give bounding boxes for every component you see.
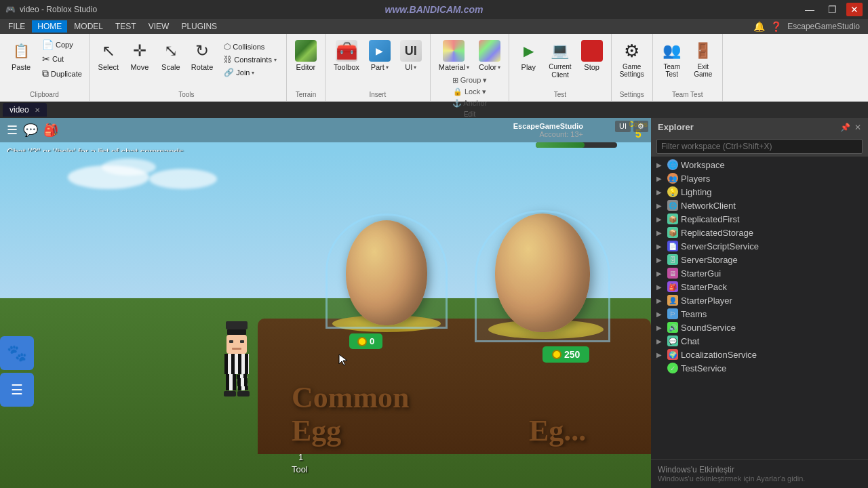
select-button[interactable]: ↖ Select: [94, 38, 123, 73]
minimize-button[interactable]: —: [801, 3, 818, 16]
explorer-title: Explorer: [658, 122, 694, 132]
insert-label: Insert: [369, 89, 386, 98]
tree-item-replicated-first[interactable]: ▶ 📦 ReplicatedFirst: [651, 212, 868, 226]
common-egg-text: CommonEgg: [292, 382, 410, 447]
maximize-button[interactable]: ❐: [824, 3, 841, 16]
tree-item-chat[interactable]: ▶ 💬 Chat: [651, 334, 868, 348]
join-button[interactable]: 🔗 Join ▾: [221, 66, 279, 79]
tool-label: Tool: [292, 464, 308, 474]
toolbox-button[interactable]: 🧰 Toolbox: [330, 38, 363, 73]
tree-item-teams[interactable]: ▶ 🏳 Teams: [651, 307, 868, 321]
menu-test[interactable]: TEST: [110, 20, 142, 33]
hud-account-info: EscapeGameStudio Account: 13+: [513, 122, 583, 138]
egg-2-label[interactable]: 250: [542, 346, 589, 363]
hud-top-bar: ☰ 💬 🎒 EscapeGameStudio Account: 13+ Coin…: [0, 118, 651, 142]
collisions-button[interactable]: ⬡ Collisions: [221, 41, 279, 53]
search-icon[interactable]: ❓: [770, 21, 782, 32]
ui-button[interactable]: UI UI ▾: [396, 38, 426, 73]
ribbon-tools-group: ↖ Select ✛ Move ⤡ Scale ↻ Rotate ⬡: [90, 34, 287, 101]
ribbon-insert-group: 🧰 Toolbox ▶ Part ▾ UI UI ▾ Insert: [326, 34, 431, 101]
current-client-button[interactable]: 💻 CurrentClient: [545, 38, 575, 81]
left-action-buttons: 🐾 ☰: [0, 336, 34, 407]
windows-activation: Windows'u Etkinleştir Windows'u etkinleş…: [651, 459, 868, 488]
tree-item-server-script-service[interactable]: ▶ 📄 ServerScriptService: [651, 239, 868, 253]
tree-item-sound-service[interactable]: ▶ 🔊 SoundService: [651, 321, 868, 334]
explorer-panel: Explorer 📌 ✕ ▶ 🌐 Workspace ▶ 👥 Players ▶: [651, 118, 868, 488]
tree-item-lighting[interactable]: ▶ 💡 Lighting: [651, 185, 868, 199]
bandicam-watermark: www.BANDICAM.com: [385, 4, 484, 15]
menu-bar: FILE HOME MODEL TEST VIEW PLUGINS 🔔 ❓ Es…: [0, 19, 868, 34]
move-button[interactable]: ✛ Move: [125, 38, 155, 73]
video-tab[interactable]: video ✕: [3, 103, 47, 117]
tools-label: Tools: [178, 89, 194, 98]
settings-label: Settings: [620, 89, 644, 98]
inventory-button[interactable]: ☰: [0, 373, 34, 407]
exit-game-button[interactable]: 🚪 ExitGame: [688, 38, 718, 80]
stop-button[interactable]: Stop: [577, 38, 607, 73]
lock-button[interactable]: 🔒 Lock ▾: [450, 86, 489, 98]
account-label: EscapeGameStudio: [787, 22, 860, 31]
player-character: [224, 321, 250, 396]
editor-button[interactable]: Editor: [291, 38, 321, 73]
duplicate-button[interactable]: ⧉ Duplicate: [39, 66, 85, 81]
tree-item-starter-gui[interactable]: ▶ 🖥 StarterGui: [651, 266, 868, 280]
team-test-button[interactable]: 👥 TeamTest: [657, 38, 687, 80]
ribbon-edit-group: Material ▾ Color ▾ ⊞ Group ▾ 🔒 Lock ▾ ⚓ …: [431, 34, 509, 101]
tree-item-server-storage[interactable]: ▶ 🗄 ServerStorage: [651, 253, 868, 266]
explorer-tree: ▶ 🌐 Workspace ▶ 👥 Players ▶ 💡 Lighting ▶…: [651, 157, 868, 459]
anchor-button[interactable]: ⚓ Anchor: [450, 98, 490, 109]
paste-button[interactable]: 📋 Paste: [4, 38, 38, 73]
tree-item-starter-player[interactable]: ▶ 👤 StarterPlayer: [651, 293, 868, 307]
game-settings-button[interactable]: ⚙ GameSettings: [616, 38, 648, 80]
tree-item-network-client[interactable]: ▶ 🌐 NetworkClient: [651, 199, 868, 212]
ribbon-clipboard-group: 📋 Paste 📄 Copy ✂ Cut ⧉ Duplicate Clipboa…: [0, 34, 90, 101]
hud-chat-button[interactable]: 💬: [23, 123, 38, 138]
help-icon[interactable]: 🔔: [753, 21, 765, 32]
menu-file[interactable]: FILE: [3, 20, 31, 33]
egg2-text: Eg...: [529, 415, 637, 447]
explorer-pin-icon[interactable]: 📌: [840, 123, 850, 132]
ribbon-team-test-group: 👥 TeamTest 🚪 ExitGame Team Test: [653, 34, 723, 101]
tree-item-test-service[interactable]: ✓ TestService: [651, 361, 868, 375]
menu-model[interactable]: MODEL: [68, 20, 108, 33]
filter-input[interactable]: [656, 139, 863, 154]
play-button[interactable]: ▶ Play: [513, 38, 543, 73]
cut-button[interactable]: ✂ Cut: [39, 52, 85, 66]
terrain-label: Terrain: [296, 89, 317, 98]
egg-1-label[interactable]: 0: [349, 333, 382, 349]
menu-view[interactable]: VIEW: [143, 20, 175, 33]
title-bar: 🎮 video - Roblox Studio www.BANDICAM.com…: [0, 0, 868, 19]
constraints-button[interactable]: ⛓ Constraints ▾: [221, 54, 279, 66]
ribbon-terrain-group: Editor Terrain: [287, 34, 326, 101]
copy-button[interactable]: 📄 Copy: [39, 38, 85, 52]
main-content: ☰ 💬 🎒 EscapeGameStudio Account: 13+ Coin…: [0, 118, 868, 488]
rotate-button[interactable]: ↻ Rotate: [187, 38, 217, 73]
filter-box: [651, 136, 868, 157]
settings-toggle[interactable]: ⚙: [633, 121, 648, 132]
material-button[interactable]: Material ▾: [435, 38, 473, 73]
pet-button[interactable]: 🐾: [0, 336, 34, 370]
team-test-label: Team Test: [672, 89, 703, 98]
edit-label: Edit: [464, 109, 475, 118]
tab-close-icon[interactable]: ✕: [35, 106, 40, 114]
tree-item-starter-pack[interactable]: ▶ 🎒 StarterPack: [651, 280, 868, 293]
ui-toggle[interactable]: UI: [615, 121, 631, 132]
hud-bag-button[interactable]: 🎒: [43, 123, 58, 138]
scale-button[interactable]: ⤡ Scale: [156, 38, 186, 73]
game-scene: ☰ 💬 🎒 EscapeGameStudio Account: 13+ Coin…: [0, 118, 651, 488]
close-button[interactable]: ✕: [846, 3, 863, 16]
explorer-close-icon[interactable]: ✕: [854, 123, 861, 132]
menu-home[interactable]: HOME: [32, 20, 67, 33]
tree-item-replicated-storage[interactable]: ▶ 📦 ReplicatedStorage: [651, 226, 868, 239]
part-button[interactable]: ▶ Part ▾: [365, 38, 395, 73]
viewport-controls: UI ⚙: [612, 118, 651, 135]
tree-item-workspace[interactable]: ▶ 🌐 Workspace: [651, 158, 868, 171]
viewport[interactable]: ☰ 💬 🎒 EscapeGameStudio Account: 13+ Coin…: [0, 118, 651, 488]
color-button[interactable]: Color ▾: [475, 38, 505, 73]
tree-item-players[interactable]: ▶ 👥 Players: [651, 171, 868, 185]
group-button[interactable]: ⊞ Group ▾: [450, 75, 490, 86]
tree-item-localization-service[interactable]: ▶ 🌍 LocalizationService: [651, 348, 868, 361]
hud-menu-button[interactable]: ☰: [7, 123, 18, 138]
test-label: Test: [554, 89, 566, 98]
menu-plugins[interactable]: PLUGINS: [176, 20, 222, 33]
